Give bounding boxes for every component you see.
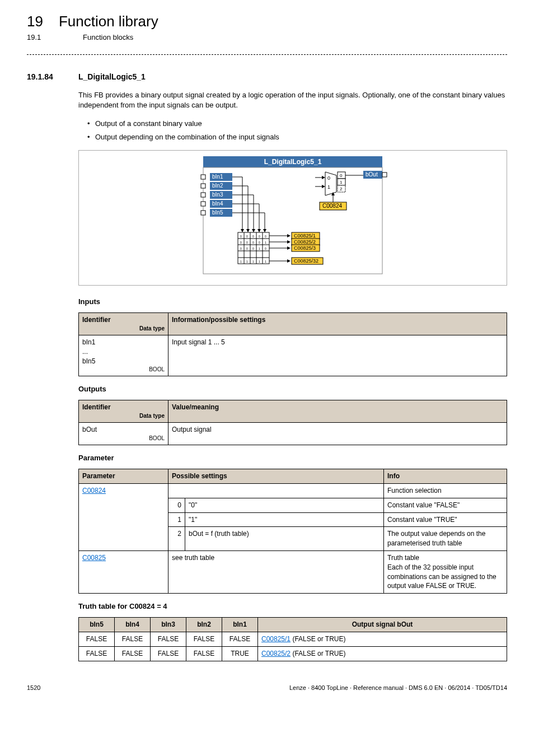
table-header: Output signal bOut (258, 618, 507, 632)
svg-text:1: 1 (265, 260, 266, 263)
setting-num: 1 (168, 512, 185, 527)
svg-text:1: 1 (240, 260, 242, 263)
truth-table-heading: Truth table for C00824 = 4 (78, 601, 507, 612)
diagram-input-label: bIn2 (212, 183, 223, 189)
svg-marker-20 (241, 229, 244, 232)
table-header: Identifier (82, 316, 111, 324)
table-header: bIn5 (79, 618, 115, 632)
chapter-number: 19 (27, 11, 43, 31)
svg-marker-57 (287, 240, 291, 244)
info-cell: Output signal (168, 423, 507, 445)
svg-text:0: 0 (240, 241, 242, 244)
footer-text: Lenze · 8400 TopLine · Reference manual … (289, 684, 507, 692)
truth-output-cell: C00825/1 (FALSE or TRUE) (258, 632, 507, 647)
bullet-item: Output of a constant binary value (87, 119, 507, 129)
outputs-heading: Outputs (78, 384, 507, 394)
mux-icon (325, 172, 336, 195)
diagram-input-label: bIn5 (212, 209, 223, 216)
subchapter-number: 19.1 (27, 32, 67, 43)
truth-output-suffix: (FALSE or TRUE) (291, 635, 345, 643)
svg-marker-24 (263, 229, 266, 232)
info-cell: Constant value "TRUE" (384, 512, 507, 527)
diagram-output-label: bOut (366, 171, 378, 178)
truth-cell: FALSE (186, 632, 222, 647)
svg-text:0: 0 (252, 247, 254, 250)
truth-cell: TRUE (222, 647, 258, 661)
truth-output-suffix: (FALSE or TRUE) (291, 650, 345, 657)
table-header: Info (384, 469, 507, 484)
identifier-cell: bOut (82, 426, 97, 433)
truth-cell: FALSE (79, 632, 115, 647)
truth-cell: FALSE (79, 647, 115, 661)
truth-cell: FALSE (151, 647, 186, 661)
svg-marker-60 (287, 246, 291, 250)
svg-rect-7 (201, 193, 205, 197)
setting-num: 2 (168, 527, 185, 551)
diagram-input-label: bIn4 (212, 200, 223, 207)
svg-text:0: 0 (246, 241, 248, 244)
svg-text:0: 0 (246, 247, 248, 250)
table-header: Parameter (79, 469, 168, 484)
table-header: Identifier (82, 403, 111, 411)
parameter-heading: Parameter (78, 453, 507, 463)
info-cell: Input signal 1 ... 5 (168, 335, 507, 376)
section-number: 19.1.84 (27, 72, 67, 83)
diagram-input-label: bIn1 (212, 174, 223, 180)
setting-desc: "1" (185, 512, 384, 527)
svg-text:0: 0 (252, 235, 254, 238)
diagram-title: L_DigitalLogic5_1 (264, 158, 322, 166)
mux-input-label: 1 (327, 184, 330, 190)
svg-rect-5 (201, 175, 205, 179)
setting-desc: "0" (185, 498, 384, 512)
svg-marker-71 (322, 185, 325, 188)
truth-cell: FALSE (151, 632, 186, 647)
svg-rect-6 (201, 184, 205, 188)
info-cell: Function selection (384, 484, 507, 498)
setting-desc: see truth table (168, 551, 384, 594)
possible-settings-cell (168, 484, 384, 498)
table-header: Value/meaning (168, 400, 507, 423)
svg-marker-69 (322, 176, 325, 179)
svg-text:1: 1 (246, 260, 248, 263)
svg-marker-21 (246, 229, 250, 232)
svg-marker-22 (252, 229, 255, 232)
block-diagram: L_DigitalLogic5_1 bIn1 bIn2 bIn3 bIn4 bI… (78, 150, 507, 286)
intro-paragraph: This FB provides a binary output signal … (78, 90, 507, 110)
datatype-value: BOOL (82, 435, 165, 442)
svg-text:1: 1 (259, 247, 260, 250)
setting-num: 0 (168, 498, 185, 512)
svg-text:0: 0 (252, 241, 254, 244)
table-header: Possible settings (168, 469, 384, 484)
table-header: bIn4 (115, 618, 151, 632)
diagram-input-label: bIn3 (212, 192, 223, 198)
svg-rect-9 (201, 211, 205, 215)
info-cell: Constant value "FALSE" (384, 498, 507, 512)
table-header: bIn3 (151, 618, 186, 632)
svg-marker-23 (257, 229, 261, 232)
param-link[interactable]: C00825 (82, 554, 106, 562)
identifier-cell: bIn1 ... bIn5 (82, 338, 95, 365)
param-link[interactable]: C00824 (82, 487, 106, 494)
mux-option: 0 (340, 173, 343, 178)
svg-text:0: 0 (265, 247, 266, 250)
diagram-code-label: C00825/2 (294, 239, 316, 245)
section-title: L_DigitalLogic5_1 (78, 72, 146, 83)
datatype-label: Data type (82, 325, 165, 333)
svg-rect-77 (382, 172, 387, 177)
svg-text:0: 0 (259, 235, 260, 238)
truth-output-link[interactable]: C00825/1 (261, 635, 291, 643)
info-cell: The output value depends on the paramete… (384, 527, 507, 551)
svg-text:1: 1 (259, 260, 260, 263)
truth-table: bIn5 bIn4 bIn3 bIn2 bIn1 Output signal b… (78, 617, 507, 661)
svg-text:0: 0 (240, 235, 242, 238)
svg-text:0: 0 (259, 241, 260, 244)
subchapter-title: Function blocks (83, 32, 133, 43)
setting-desc: bOut = f (truth table) (185, 527, 384, 551)
datatype-value: BOOL (82, 366, 165, 374)
truth-output-link[interactable]: C00825/2 (261, 650, 291, 657)
svg-rect-8 (201, 202, 205, 206)
svg-text:0: 0 (240, 247, 242, 250)
svg-text:1: 1 (252, 260, 254, 263)
truth-output-cell: C00825/2 (FALSE or TRUE) (258, 647, 507, 661)
svg-marker-54 (287, 234, 291, 237)
